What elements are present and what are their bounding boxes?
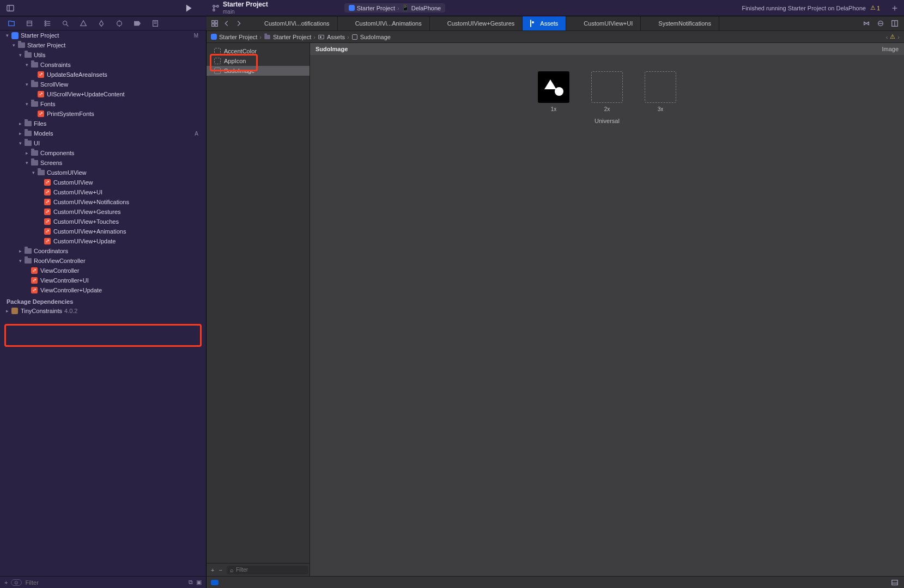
warning-badge[interactable]: ⚠︎ 1 [870, 4, 880, 11]
adjust-editor-icon[interactable] [876, 19, 885, 28]
asset-row[interactable]: AccentColor [207, 46, 310, 56]
image-well-2x[interactable] [591, 71, 623, 103]
asset-filter-field[interactable]: ⌕ [227, 566, 308, 574]
tree-row[interactable]: ▾Constraints [0, 60, 206, 70]
nav-forward-icon[interactable] [234, 19, 244, 28]
image-well-1x[interactable] [538, 71, 569, 103]
tree-row[interactable]: ▸Components [0, 148, 206, 158]
asset-outline[interactable]: AccentColorAppIconSudoImage + − ⌕ [207, 43, 310, 576]
tab[interactable]: CustomUIVi...otifications [247, 16, 338, 30]
slot-2x[interactable]: 2x [591, 71, 623, 112]
tab-overflow-icon[interactable] [861, 19, 871, 28]
tab[interactable]: CustomUIVi...Animations [338, 16, 430, 30]
breakpoint-navigator-icon[interactable] [132, 19, 142, 28]
image-well-3x[interactable] [645, 71, 676, 103]
disclosure-icon[interactable]: ▸ [17, 131, 23, 136]
tree-row[interactable]: CustomUIView [0, 177, 206, 187]
tree-row[interactable]: ViewController+UI [0, 275, 206, 285]
jump-bar[interactable]: Starter Project› Starter Project› Assets… [207, 31, 904, 43]
tree-row[interactable]: ▾CustomUIView [0, 168, 206, 177]
disclosure-icon[interactable]: ▾ [24, 160, 29, 166]
navigator-filter-input[interactable] [25, 579, 185, 586]
tree-row[interactable]: UIScrollView+UpdateContent [0, 89, 206, 99]
debug-bar-indicator[interactable] [211, 580, 219, 585]
tab[interactable]: Assets [523, 16, 566, 30]
remove-asset-button[interactable]: − [219, 567, 222, 573]
nav-back-icon[interactable] [222, 19, 232, 28]
add-asset-button[interactable]: + [211, 567, 214, 573]
source-control-navigator-icon[interactable] [25, 19, 34, 28]
symbol-navigator-icon[interactable] [43, 19, 52, 28]
disclosure-icon[interactable]: ▾ [17, 258, 23, 264]
tree-row[interactable]: ▾Starter Project [0, 40, 206, 50]
tree-row[interactable]: ViewController+Update [0, 285, 206, 295]
add-editor-button[interactable] [890, 3, 900, 13]
tree-row[interactable]: ▾Screens [0, 158, 206, 168]
tree-row[interactable]: ▾Fonts [0, 99, 206, 109]
disclosure-icon[interactable]: ▾ [31, 170, 36, 175]
slot-1x[interactable]: 1x [538, 71, 569, 112]
tab[interactable]: CustomUIView+UI [566, 16, 641, 30]
scheme-title[interactable]: Starter Project main [223, 1, 268, 14]
add-files-button[interactable]: + [4, 579, 8, 586]
tree-row[interactable]: ▸Coordinators [0, 246, 206, 256]
tree-row[interactable]: CustomUIView+Animations [0, 226, 206, 236]
disclosure-icon[interactable]: ▸ [17, 248, 23, 254]
scm-filter-icon[interactable]: ▣ [196, 579, 202, 586]
test-navigator-icon[interactable] [96, 19, 106, 28]
tree-row[interactable]: ▾UI [0, 138, 206, 148]
tree-row[interactable]: CustomUIView+UI [0, 187, 206, 197]
tree-row[interactable]: ▾RootViewController [0, 256, 206, 266]
disclosure-icon[interactable]: ▾ [24, 62, 29, 68]
tree-row[interactable]: ▸Files [0, 119, 206, 128]
disclosure-icon[interactable]: ▾ [24, 101, 29, 107]
tree-row[interactable]: CustomUIView+Update [0, 236, 206, 246]
tree-row[interactable]: CustomUIView+Gestures [0, 207, 206, 217]
slot-3x[interactable]: 3x [645, 71, 676, 112]
tab[interactable]: CustomUIView+Gestures [430, 16, 523, 30]
add-split-icon[interactable] [890, 19, 900, 28]
tree-row[interactable]: ViewController [0, 266, 206, 275]
toggle-bottom-panel-icon[interactable] [890, 578, 900, 587]
tree-row[interactable]: ▾ScrollView [0, 79, 206, 89]
tree-row[interactable]: ▾Starter ProjectM [0, 30, 206, 40]
disclosure-icon[interactable]: ▾ [24, 82, 29, 87]
recent-filter-icon[interactable]: ⧉ [189, 579, 193, 586]
asset-filter-input[interactable] [236, 567, 305, 573]
tree-row[interactable]: UpdateSafeAreaInsets [0, 70, 206, 79]
asset-row[interactable]: AppIcon [207, 56, 310, 66]
branch-icon[interactable] [211, 3, 221, 13]
toggle-left-panel-icon[interactable] [5, 3, 15, 13]
crumb-0[interactable]: Starter Project [219, 34, 257, 40]
scheme-selector[interactable]: Starter Project › 📱 DelaPhone [344, 3, 445, 13]
find-navigator-icon[interactable] [60, 19, 70, 28]
warning-icon[interactable]: ⚠︎ [890, 33, 895, 40]
chevron-right-icon[interactable]: › [897, 34, 900, 40]
tree-row[interactable]: PrintSystemFonts [0, 109, 206, 119]
report-navigator-icon[interactable] [150, 19, 160, 28]
tree-row[interactable]: CustomUIView+Touches [0, 217, 206, 226]
issue-navigator-icon[interactable] [78, 19, 88, 28]
crumb-3[interactable]: SudoImage [360, 34, 391, 40]
chevron-left-icon[interactable]: ‹ [886, 34, 888, 40]
filter-scope-pill[interactable]: ⊙ [11, 579, 22, 586]
disclosure-icon[interactable]: ▸ [24, 150, 29, 156]
disclosure-icon[interactable]: ▾ [4, 33, 10, 38]
tab[interactable]: SystemNotifications [641, 16, 719, 30]
tree-row[interactable]: CustomUIView+Notifications [0, 197, 206, 207]
disclosure-icon[interactable]: ▾ [17, 140, 23, 146]
disclosure-icon[interactable]: ▸ [4, 308, 10, 314]
disclosure-icon[interactable]: ▾ [11, 42, 16, 48]
disclosure-icon[interactable]: ▸ [17, 121, 23, 126]
disclosure-icon[interactable]: ▾ [17, 52, 23, 58]
related-items-icon[interactable] [210, 19, 220, 28]
crumb-1[interactable]: Starter Project [273, 34, 311, 40]
project-navigator-icon[interactable] [7, 19, 16, 28]
tree-row[interactable]: ▸ModelsA [0, 128, 206, 138]
tree-row[interactable]: ▾Utils [0, 50, 206, 60]
debug-navigator-icon[interactable] [114, 19, 124, 28]
asset-row[interactable]: SudoImage [207, 66, 310, 76]
project-tree[interactable]: ▾Starter ProjectM▾Starter Project▾Utils▾… [0, 30, 206, 295]
crumb-2[interactable]: Assets [327, 34, 345, 40]
run-button[interactable] [184, 3, 193, 13]
